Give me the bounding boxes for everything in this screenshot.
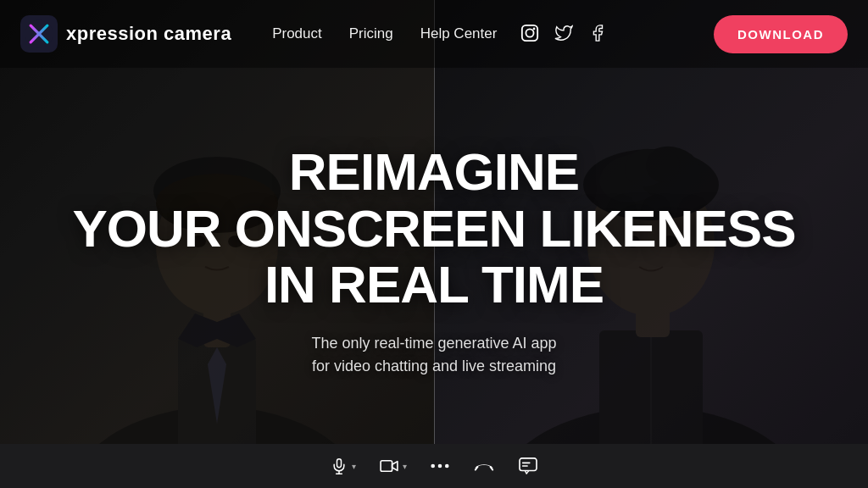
headline-line1: REIMAGINE bbox=[289, 142, 579, 201]
nav-product[interactable]: Product bbox=[272, 25, 322, 42]
svg-rect-38 bbox=[520, 458, 537, 471]
mic-icon bbox=[331, 458, 348, 474]
nav-help-center[interactable]: Help Center bbox=[420, 25, 498, 42]
nav-links: Product Pricing Help Center bbox=[272, 25, 497, 42]
mic-button[interactable]: ▾ bbox=[331, 458, 356, 474]
more-icon bbox=[431, 463, 449, 469]
nav-pricing[interactable]: Pricing bbox=[349, 25, 393, 42]
headline-line3: IN REAL TIME bbox=[264, 255, 604, 313]
subtext-line1: The only real-time generative AI app bbox=[311, 335, 556, 352]
hero-subtext: The only real-time generative AI app for… bbox=[311, 332, 556, 378]
camera-icon bbox=[380, 458, 398, 474]
more-button[interactable] bbox=[431, 463, 449, 469]
svg-rect-25 bbox=[522, 25, 537, 40]
subtext-line2: for video chatting and live streaming bbox=[312, 358, 556, 374]
mic-chevron: ▾ bbox=[352, 462, 356, 471]
svg-point-27 bbox=[533, 27, 536, 30]
headline-line2: YOUR ONSCREEN LIKENESS bbox=[72, 199, 795, 258]
download-button[interactable]: DOWNLOAD bbox=[714, 15, 848, 53]
hero-headline: REIMAGINE YOUR ONSCREEN LIKENESS IN REAL… bbox=[72, 144, 795, 314]
logo-rest: camera bbox=[158, 23, 231, 44]
twitter-icon[interactable] bbox=[554, 24, 573, 45]
svg-point-33 bbox=[431, 464, 435, 469]
bottom-bar: ▾ ▾ bbox=[0, 444, 868, 488]
facebook-icon[interactable] bbox=[588, 24, 607, 45]
chat-button[interactable] bbox=[519, 458, 537, 474]
svg-rect-31 bbox=[381, 461, 392, 472]
svg-point-35 bbox=[445, 464, 449, 469]
svg-point-26 bbox=[526, 29, 534, 36]
logo-link[interactable]: xpression camera bbox=[20, 15, 231, 53]
chat-icon bbox=[519, 458, 537, 474]
logo-text: xpression camera bbox=[66, 23, 231, 45]
logo-icon bbox=[20, 15, 58, 53]
svg-marker-32 bbox=[392, 462, 398, 471]
end-call-button[interactable] bbox=[473, 458, 495, 474]
instagram-icon[interactable] bbox=[520, 24, 539, 45]
camera-chevron: ▾ bbox=[403, 462, 407, 471]
camera-button[interactable]: ▾ bbox=[380, 458, 407, 474]
logo-bold: xpression bbox=[66, 23, 158, 44]
logo-svg bbox=[24, 19, 54, 49]
nav-social-icons bbox=[520, 24, 607, 45]
navbar: xpression camera Product Pricing Help Ce… bbox=[0, 0, 868, 68]
end-call-icon bbox=[473, 458, 495, 474]
hero-content: REIMAGINE YOUR ONSCREEN LIKENESS IN REAL… bbox=[0, 0, 868, 488]
svg-point-34 bbox=[438, 464, 442, 469]
hero-section: xpression camera Product Pricing Help Ce… bbox=[0, 0, 868, 488]
svg-rect-28 bbox=[337, 459, 342, 468]
